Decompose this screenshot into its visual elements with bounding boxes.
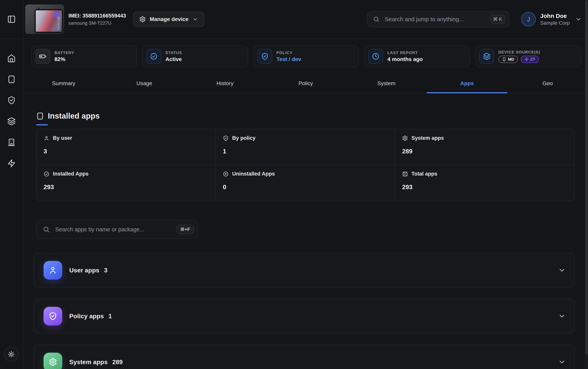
circle-check-icon	[43, 171, 49, 177]
sidebar-toggle-button[interactable]	[4, 11, 19, 27]
global-search-input[interactable]	[384, 16, 490, 23]
device-thumbnail-label: Tab A7 Lite	[57, 17, 60, 30]
theme-toggle-button[interactable]	[4, 347, 19, 362]
group-count: 3	[104, 267, 108, 274]
app-window: Tab A7 Lite IMEI: 358891166559443 samsun…	[0, 0, 588, 369]
sidebar-item-home[interactable]	[4, 54, 19, 63]
tab-usage[interactable]: Usage	[104, 74, 185, 93]
stat-by-policy: By policy 1	[216, 129, 395, 165]
tab-policy[interactable]: Policy	[265, 74, 346, 93]
avatar: J	[521, 12, 536, 27]
tab-apps[interactable]: Apps	[427, 74, 507, 93]
stat-value: 0	[223, 184, 388, 191]
circle-check-icon	[150, 52, 158, 60]
status-label: STATUS	[165, 51, 182, 55]
tab-geo[interactable]: Geo	[507, 74, 588, 93]
user-icon	[49, 266, 57, 275]
home-icon	[7, 54, 16, 63]
smartphone-icon	[502, 57, 506, 62]
status-cards-row: BATTERY 82% STATUS Active POLICY Test / …	[23, 39, 588, 74]
user-apps-accordion[interactable]: User apps 3	[33, 253, 575, 287]
page-title: Installed apps	[48, 112, 100, 120]
apps-search[interactable]: ⌘+F	[36, 220, 197, 239]
battery-card: BATTERY 82%	[31, 45, 137, 67]
stat-label: Total apps	[412, 171, 437, 177]
stat-by-user: By user 3	[37, 129, 216, 165]
policy-card: POLICY Test / dev	[253, 45, 359, 67]
shield-check-icon	[7, 96, 16, 105]
stat-value: 3	[43, 148, 208, 155]
sidebar-item-organization[interactable]	[4, 138, 19, 147]
battery-value: 82%	[54, 56, 74, 62]
page: Tab A7 Lite IMEI: 358891166559443 samsun…	[23, 0, 588, 369]
manage-device-button[interactable]: Manage device	[133, 11, 204, 27]
device-model: samsung SM-T227U	[68, 20, 126, 26]
sidebar-header	[0, 0, 23, 39]
tab-system[interactable]: System	[346, 74, 427, 93]
gear-icon	[49, 358, 57, 366]
stat-value: 289	[402, 148, 567, 155]
chevron-down-icon	[192, 16, 198, 22]
device-imei: IMEI: 358891166559443	[68, 13, 126, 19]
device-thumbnail: Tab A7 Lite	[25, 4, 64, 34]
global-search[interactable]: ⌘ K	[367, 11, 509, 27]
zt-badge: ZT	[521, 56, 539, 63]
zt-badge-label: ZT	[530, 57, 535, 62]
apps-search-input[interactable]	[54, 226, 177, 233]
battery-icon	[39, 52, 47, 60]
profile-name: John Doe	[540, 13, 570, 19]
group-count: 1	[109, 313, 112, 320]
page-scrollbar[interactable]	[585, 0, 588, 369]
policy-label: POLICY	[277, 51, 301, 55]
tab-summary[interactable]: Summary	[23, 74, 104, 93]
global-search-shortcut: ⌘ K	[490, 15, 505, 23]
gear-icon	[139, 16, 146, 22]
group-count: 289	[112, 359, 123, 366]
shield-check-icon	[49, 312, 57, 320]
panel-left-icon	[7, 15, 16, 23]
md-badge: MD	[498, 56, 518, 63]
status-value: Active	[165, 56, 182, 62]
sidebar-item-apps[interactable]	[4, 117, 19, 126]
chevron-down-icon[interactable]	[558, 266, 566, 274]
device-screen-image: Tab A7 Lite	[35, 9, 63, 33]
chevron-down-icon[interactable]	[558, 312, 566, 320]
gear-icon	[402, 135, 408, 141]
device-sources-label: DEVICE SOURCE(S)	[498, 50, 540, 54]
stat-value: 293	[43, 184, 208, 191]
sidebar-item-automation[interactable]	[4, 159, 19, 168]
stat-label: By policy	[232, 135, 256, 141]
device-tabs: Summary Usage History Policy System Apps…	[23, 74, 588, 93]
chevron-down-icon	[575, 16, 582, 22]
scrollbar-thumb[interactable]	[585, 0, 588, 354]
layers-icon	[7, 117, 16, 126]
system-apps-accordion[interactable]: System apps 289	[33, 345, 575, 369]
sidebar	[0, 0, 23, 369]
apps-tab-content: Installed apps By user 3 By policy 1	[23, 93, 588, 369]
sun-icon	[8, 350, 15, 358]
group-label: System apps	[69, 359, 108, 366]
stat-value: 1	[223, 148, 388, 155]
profile-menu[interactable]: J John Doe Sample Corp	[521, 12, 582, 27]
tab-history[interactable]: History	[185, 74, 265, 93]
battery-label: BATTERY	[54, 51, 74, 55]
diff-icon	[402, 171, 408, 177]
last-report-value: 4 months ago	[387, 56, 423, 62]
shield-check-icon	[261, 52, 269, 60]
md-badge-label: MD	[508, 57, 514, 62]
layers-icon	[483, 52, 491, 60]
building-icon	[7, 138, 16, 147]
stat-label: By user	[53, 135, 72, 141]
sidebar-item-security[interactable]	[4, 96, 19, 105]
stat-label: Uninstalled Apps	[232, 171, 275, 177]
policy-apps-accordion[interactable]: Policy apps 1	[33, 299, 575, 333]
sidebar-item-devices[interactable]	[4, 75, 19, 84]
zap-icon	[7, 159, 16, 168]
apps-search-shortcut: ⌘+F	[177, 225, 194, 234]
sidebar-nav	[4, 54, 19, 168]
tablet-icon	[36, 112, 44, 120]
apps-stats-grid: By user 3 By policy 1 System apps	[36, 129, 575, 201]
chevron-down-icon[interactable]	[558, 358, 566, 366]
stat-uninstalled-apps: Uninstalled Apps 0	[216, 165, 395, 201]
policy-value-link[interactable]: Test / dev	[277, 56, 301, 62]
